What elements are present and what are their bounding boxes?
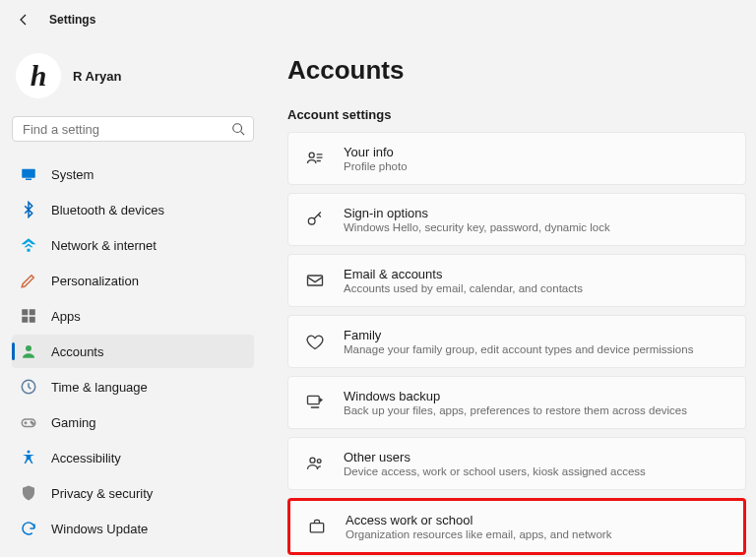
key-icon <box>304 209 326 230</box>
svg-rect-19 <box>310 524 323 532</box>
apps-icon <box>20 307 37 325</box>
card-subtitle: Profile photo <box>344 160 408 172</box>
card-subtitle: Device access, work or school users, kio… <box>344 465 646 477</box>
titlebar: Settings <box>0 0 756 39</box>
svg-rect-3 <box>22 309 28 315</box>
nav: SystemBluetooth & devicesNetwork & inter… <box>12 157 254 545</box>
back-button[interactable] <box>14 10 33 30</box>
card-title: Sign-in options <box>344 206 610 220</box>
card-subtitle: Windows Hello, security key, password, d… <box>344 221 610 233</box>
card-signin[interactable]: Sign-in optionsWindows Hello, security k… <box>287 193 746 246</box>
person-card-icon <box>304 148 326 169</box>
svg-rect-6 <box>30 317 35 323</box>
svg-point-14 <box>308 217 315 224</box>
svg-rect-16 <box>308 396 320 403</box>
sidebar-item-label: Privacy & security <box>51 486 153 501</box>
sidebar-item-label: Gaming <box>51 415 96 430</box>
family-icon <box>304 331 326 352</box>
sidebar-item-label: Network & internet <box>51 238 157 253</box>
sidebar: h R Aryan SystemBluetooth & devicesNetwo… <box>0 39 266 557</box>
card-subtitle: Organization resources like email, apps,… <box>346 528 611 540</box>
card-subtitle: Manage your family group, edit account t… <box>344 343 693 355</box>
svg-point-12 <box>28 451 31 454</box>
profile-name: R Aryan <box>73 69 121 84</box>
sidebar-item-privacy[interactable]: Privacy & security <box>12 476 254 510</box>
profile-block[interactable]: h R Aryan <box>12 47 254 112</box>
card-your-info[interactable]: Your infoProfile photo <box>287 132 746 185</box>
personalization-icon <box>20 272 37 289</box>
search-icon <box>231 122 245 136</box>
sidebar-item-accounts[interactable]: Accounts <box>12 335 254 368</box>
backup-icon <box>304 392 326 413</box>
other-users-icon <box>304 453 326 474</box>
mail-icon <box>304 270 326 291</box>
app-title: Settings <box>49 13 95 27</box>
sidebar-item-apps[interactable]: Apps <box>12 299 254 333</box>
card-title: Your info <box>344 145 408 159</box>
svg-point-0 <box>233 124 242 133</box>
svg-point-13 <box>309 153 314 157</box>
card-backup[interactable]: Windows backupBack up your files, apps, … <box>287 376 746 429</box>
card-text: Other usersDevice access, work or school… <box>344 450 646 477</box>
sidebar-item-label: Accounts <box>51 344 103 359</box>
sidebar-item-network[interactable]: Network & internet <box>12 228 254 262</box>
briefcase-icon <box>306 516 328 537</box>
sidebar-item-label: Accessibility <box>51 451 121 465</box>
card-subtitle: Back up your files, apps, preferences to… <box>344 404 687 416</box>
back-arrow-icon <box>16 12 32 28</box>
card-family[interactable]: FamilyManage your family group, edit acc… <box>287 315 746 368</box>
card-text: Access work or schoolOrganization resour… <box>346 513 611 540</box>
card-other-users[interactable]: Other usersDevice access, work or school… <box>287 437 746 490</box>
card-title: Windows backup <box>344 389 687 403</box>
card-text: Your infoProfile photo <box>344 145 408 172</box>
bluetooth-icon <box>20 201 37 218</box>
main-content: Accounts Account settings Your infoProfi… <box>266 39 756 557</box>
network-icon <box>20 236 37 254</box>
svg-point-11 <box>32 423 34 425</box>
svg-rect-1 <box>22 169 35 178</box>
card-text: Email & accountsAccounts used by email, … <box>344 267 583 294</box>
accessibility-icon <box>20 449 37 466</box>
card-title: Email & accounts <box>344 267 583 281</box>
card-title: Other users <box>344 450 646 464</box>
card-text: FamilyManage your family group, edit acc… <box>344 328 693 355</box>
settings-cards: Your infoProfile photoSign-in optionsWin… <box>287 132 746 555</box>
search-input[interactable] <box>23 122 231 137</box>
sidebar-item-personalization[interactable]: Personalization <box>12 264 254 297</box>
search-box[interactable] <box>12 116 254 142</box>
sidebar-item-label: Apps <box>51 309 81 324</box>
sidebar-item-update[interactable]: Windows Update <box>12 512 254 545</box>
sidebar-item-label: Personalization <box>51 274 139 288</box>
gaming-icon <box>20 413 37 431</box>
svg-rect-5 <box>22 317 28 323</box>
system-icon <box>20 165 37 183</box>
update-icon <box>20 520 37 537</box>
sidebar-item-system[interactable]: System <box>12 157 254 191</box>
sidebar-item-bluetooth[interactable]: Bluetooth & devices <box>12 193 254 226</box>
sidebar-item-label: Time & language <box>51 380 148 395</box>
avatar: h <box>16 53 61 98</box>
svg-rect-4 <box>30 309 35 315</box>
sidebar-item-time[interactable]: Time & language <box>12 370 254 403</box>
card-title: Family <box>344 328 693 342</box>
privacy-icon <box>20 484 37 502</box>
card-email[interactable]: Email & accountsAccounts used by email, … <box>287 254 746 307</box>
sidebar-item-accessibility[interactable]: Accessibility <box>12 441 254 474</box>
card-subtitle: Accounts used by email, calendar, and co… <box>344 282 583 294</box>
svg-point-18 <box>317 460 321 464</box>
sidebar-item-label: System <box>51 167 94 182</box>
accounts-icon <box>20 342 37 360</box>
card-title: Access work or school <box>346 513 611 527</box>
sidebar-item-gaming[interactable]: Gaming <box>12 405 254 439</box>
svg-point-17 <box>310 458 315 463</box>
card-work-school[interactable]: Access work or schoolOrganization resour… <box>287 498 746 555</box>
sidebar-item-label: Windows Update <box>51 522 148 536</box>
section-label: Account settings <box>287 107 746 122</box>
svg-rect-15 <box>308 276 323 285</box>
card-text: Windows backupBack up your files, apps, … <box>344 389 687 416</box>
page-title: Accounts <box>287 55 746 86</box>
time-icon <box>20 378 37 396</box>
svg-rect-2 <box>26 179 32 181</box>
sidebar-item-label: Bluetooth & devices <box>51 203 164 217</box>
svg-point-7 <box>26 345 32 351</box>
